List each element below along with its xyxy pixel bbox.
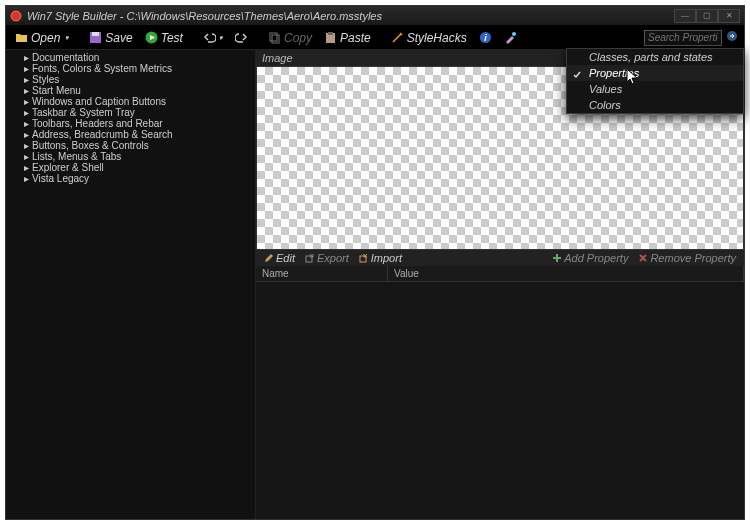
main-toolbar: Open ▾ Save Test ▾ Copy Paste [6, 26, 744, 50]
check-icon [573, 69, 581, 77]
titlebar: Win7 Style Builder - C:\Windows\Resource… [6, 6, 744, 26]
save-button[interactable]: Save [84, 29, 137, 47]
menu-item-values[interactable]: Values [567, 81, 743, 97]
minimize-button[interactable]: — [674, 9, 696, 23]
add-property-button[interactable]: Add Property [548, 252, 632, 264]
caret-right-icon: ▸ [22, 142, 30, 150]
dropdown-caret-icon: ▾ [65, 34, 69, 42]
stylehacks-button[interactable]: StyleHacks [386, 29, 472, 47]
menu-item-colors[interactable]: Colors [567, 97, 743, 113]
copy-icon [268, 31, 281, 44]
search-context-menu: Classes, parts and states Properties Val… [566, 48, 744, 114]
caret-right-icon: ▸ [22, 175, 30, 183]
export-button[interactable]: Export [301, 252, 353, 264]
test-button[interactable]: Test [140, 29, 188, 47]
tree-item-documentation[interactable]: ▸Documentation [6, 52, 255, 63]
caret-right-icon: ▸ [22, 54, 30, 62]
paste-icon [324, 31, 337, 44]
export-icon [305, 253, 315, 263]
wand-icon [391, 31, 404, 44]
folder-icon [15, 31, 28, 44]
remove-property-button[interactable]: Remove Property [634, 252, 740, 264]
window-controls: — ▢ ✕ [674, 9, 740, 23]
svg-point-10 [512, 32, 516, 36]
caret-right-icon: ▸ [22, 87, 30, 95]
svg-point-0 [11, 11, 21, 21]
copy-button[interactable]: Copy [263, 29, 317, 47]
tree-item-vista[interactable]: ▸Vista Legacy [6, 173, 255, 184]
edit-button[interactable]: Edit [260, 252, 299, 264]
maximize-button[interactable]: ▢ [696, 9, 718, 23]
arrow-icon [726, 30, 738, 45]
caret-right-icon: ▸ [22, 65, 30, 73]
window-title: Win7 Style Builder - C:\Windows\Resource… [27, 10, 674, 22]
pick-icon [504, 31, 517, 44]
svg-rect-2 [92, 32, 99, 36]
tool-button[interactable] [499, 29, 522, 46]
tree-item-toolbars[interactable]: ▸Toolbars, Headers and Rebar [6, 118, 255, 129]
caret-right-icon: ▸ [22, 153, 30, 161]
menu-item-classes[interactable]: Classes, parts and states [567, 49, 743, 65]
tree-item-buttons[interactable]: ▸Buttons, Boxes & Controls [6, 140, 255, 151]
disk-icon [89, 31, 102, 44]
column-header-value[interactable]: Value [388, 266, 744, 281]
undo-button[interactable]: ▾ [198, 29, 228, 46]
property-grid-header: Name Value [256, 266, 744, 282]
main-area: Image Edit Export Import [256, 50, 744, 519]
close-button[interactable]: ✕ [718, 9, 740, 23]
caret-right-icon: ▸ [22, 164, 30, 172]
menu-item-properties[interactable]: Properties [567, 65, 743, 81]
properties-toolbar: Edit Export Import Add Property Rem [256, 250, 744, 266]
tree-item-fonts[interactable]: ▸Fonts, Colors & System Metrics [6, 63, 255, 74]
open-button[interactable]: Open ▾ [10, 29, 74, 47]
tree-item-address[interactable]: ▸Address, Breadcrumb & Search [6, 129, 255, 140]
tree-item-explorer[interactable]: ▸Explorer & Shell [6, 162, 255, 173]
svg-rect-4 [270, 33, 277, 41]
column-header-name[interactable]: Name [256, 266, 388, 281]
plus-icon [552, 253, 562, 263]
search-input[interactable] [644, 30, 722, 46]
caret-right-icon: ▸ [22, 98, 30, 106]
caret-right-icon: ▸ [22, 109, 30, 117]
caret-right-icon: ▸ [22, 131, 30, 139]
tree-item-styles[interactable]: ▸Styles [6, 74, 255, 85]
info-button[interactable]: i [474, 29, 497, 46]
dropdown-caret-icon: ▾ [219, 34, 223, 42]
tree-item-startmenu[interactable]: ▸Start Menu [6, 85, 255, 96]
x-icon [638, 253, 648, 263]
caret-right-icon: ▸ [22, 76, 30, 84]
sidebar-tree: ▸Documentation ▸Fonts, Colors & System M… [6, 50, 256, 519]
search-button[interactable] [724, 30, 740, 46]
import-icon [359, 253, 369, 263]
paste-button[interactable]: Paste [319, 29, 376, 47]
tree-item-taskbar[interactable]: ▸Taskbar & System Tray [6, 107, 255, 118]
redo-button[interactable] [230, 29, 253, 46]
pencil-icon [264, 253, 274, 263]
redo-icon [235, 31, 248, 44]
svg-rect-5 [272, 35, 279, 43]
app-icon [10, 10, 22, 22]
svg-rect-7 [328, 32, 333, 35]
undo-icon [203, 31, 216, 44]
body-area: ▸Documentation ▸Fonts, Colors & System M… [6, 50, 744, 519]
play-icon [145, 31, 158, 44]
property-grid[interactable] [256, 282, 744, 519]
tree-item-windows[interactable]: ▸Windows and Caption Buttons [6, 96, 255, 107]
caret-right-icon: ▸ [22, 120, 30, 128]
info-icon: i [479, 31, 492, 44]
tree-item-lists[interactable]: ▸Lists, Menus & Tabs [6, 151, 255, 162]
import-button[interactable]: Import [355, 252, 406, 264]
